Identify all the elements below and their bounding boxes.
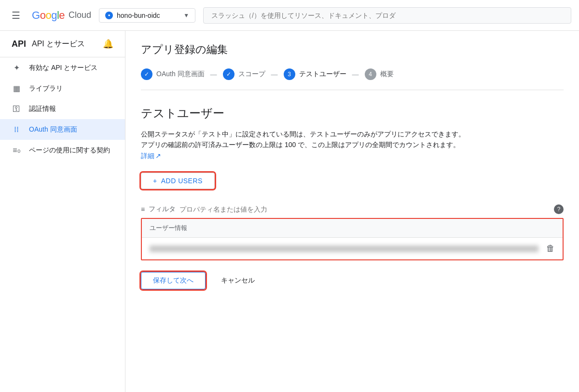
save-next-button[interactable]: 保存して次へ bbox=[141, 272, 206, 289]
user-table-header: ユーザー情報 bbox=[142, 219, 563, 238]
section-description: 公開ステータスが「テスト中」に設定されている間は、テストユーザーのみがアプリにア… bbox=[141, 129, 469, 161]
sidebar-item-label: 有効な API とサービス bbox=[29, 64, 97, 72]
sidebar-item-credentials[interactable]: ⚿ 認証情報 bbox=[0, 99, 125, 119]
add-users-label: ADD USERS bbox=[161, 177, 203, 185]
page-usage-icon: ≡₀ bbox=[12, 146, 21, 155]
credentials-icon: ⚿ bbox=[12, 105, 21, 113]
sidebar: API API とサービス 🔔 ✦ 有効な API とサービス ▦ ライブラリ … bbox=[0, 31, 125, 392]
step-divider-2: — bbox=[269, 70, 280, 78]
cancel-button[interactable]: キャンセル bbox=[213, 272, 262, 289]
link-text: 詳細 bbox=[141, 150, 154, 161]
add-users-button[interactable]: + ADD USERS bbox=[141, 173, 215, 189]
table-row: 🗑 bbox=[142, 238, 563, 259]
sidebar-item-label: OAuth 同意画面 bbox=[29, 125, 77, 134]
oauth-icon: ⁞⁞ bbox=[12, 125, 21, 134]
step-2: ✓ スコープ bbox=[223, 68, 265, 80]
sidebar-item-label: ライブラリ bbox=[29, 84, 63, 93]
hamburger-menu-icon[interactable]: ☰ bbox=[8, 6, 24, 25]
api-icon: API bbox=[12, 39, 26, 49]
project-selector[interactable]: ● hono-bun-oidc ▼ bbox=[99, 8, 195, 23]
search-input[interactable] bbox=[203, 7, 571, 24]
library-icon: ▦ bbox=[12, 84, 21, 93]
filter-bar: ≡ フィルタ ? bbox=[141, 201, 564, 218]
step-2-label: スコープ bbox=[238, 70, 265, 79]
sidebar-item-page-usage[interactable]: ≡₀ ページの使用に関する契約 bbox=[0, 140, 125, 161]
step-2-circle: ✓ bbox=[223, 68, 234, 80]
step-3: 3 テストユーザー bbox=[284, 68, 346, 80]
filter-input[interactable] bbox=[179, 205, 550, 213]
sidebar-item-library[interactable]: ▦ ライブラリ bbox=[0, 78, 125, 99]
step-4-circle: 4 bbox=[365, 68, 376, 80]
dropdown-arrow-icon: ▼ bbox=[183, 12, 189, 19]
step-3-label: テストユーザー bbox=[299, 70, 346, 79]
user-table: ユーザー情報 🗑 bbox=[141, 218, 564, 260]
sidebar-item-enabled-apis[interactable]: ✦ 有効な API とサービス bbox=[0, 57, 125, 78]
top-header: ☰ Google Cloud ● hono-bun-oidc ▼ bbox=[0, 0, 579, 31]
page-title: アプリ登録の編集 bbox=[141, 42, 564, 57]
sidebar-header: API API とサービス 🔔 bbox=[0, 31, 125, 57]
stepper: ✓ OAuth 同意画面 — ✓ スコープ — 3 テストユーザー — 4 概要 bbox=[141, 68, 564, 90]
detail-link[interactable]: 詳細 ↗ bbox=[141, 150, 161, 161]
step-4-label: 概要 bbox=[380, 70, 394, 79]
delete-user-icon[interactable]: 🗑 bbox=[546, 243, 555, 254]
user-email-blurred bbox=[150, 245, 538, 252]
external-link-icon: ↗ bbox=[155, 150, 161, 161]
step-divider-3: — bbox=[350, 70, 361, 78]
step-1-circle: ✓ bbox=[141, 68, 152, 80]
filter-icon: ≡ bbox=[141, 205, 145, 213]
filter-label: フィルタ bbox=[149, 205, 176, 214]
step-divider-1: — bbox=[208, 70, 219, 78]
step-1-label: OAuth 同意画面 bbox=[156, 70, 205, 79]
google-cloud-logo: Google Cloud bbox=[32, 9, 91, 22]
cloud-label: Cloud bbox=[69, 10, 91, 20]
bottom-actions: 保存して次へ キャンセル bbox=[141, 272, 564, 289]
plus-icon: + bbox=[153, 177, 157, 185]
sidebar-item-label: ページの使用に関する契約 bbox=[29, 146, 110, 155]
content-area: アプリ登録の編集 ✓ OAuth 同意画面 — ✓ スコープ — 3 テストユー… bbox=[125, 31, 579, 392]
step-4: 4 概要 bbox=[365, 68, 394, 80]
enabled-apis-icon: ✦ bbox=[12, 63, 21, 72]
section-title: テストユーザー bbox=[141, 106, 564, 121]
sidebar-title: API とサービス bbox=[32, 39, 85, 49]
bell-icon[interactable]: 🔔 bbox=[103, 39, 113, 49]
step-1: ✓ OAuth 同意画面 bbox=[141, 68, 205, 80]
step-3-circle: 3 bbox=[284, 68, 295, 80]
main-layout: API API とサービス 🔔 ✦ 有効な API とサービス ▦ ライブラリ … bbox=[0, 31, 579, 392]
filter-help-icon[interactable]: ? bbox=[554, 204, 564, 214]
sidebar-item-label: 認証情報 bbox=[29, 105, 56, 113]
project-dot-icon: ● bbox=[105, 12, 113, 19]
sidebar-item-oauth-consent[interactable]: ⁞⁞ OAuth 同意画面 bbox=[0, 119, 125, 140]
project-name: hono-bun-oidc bbox=[117, 12, 179, 19]
